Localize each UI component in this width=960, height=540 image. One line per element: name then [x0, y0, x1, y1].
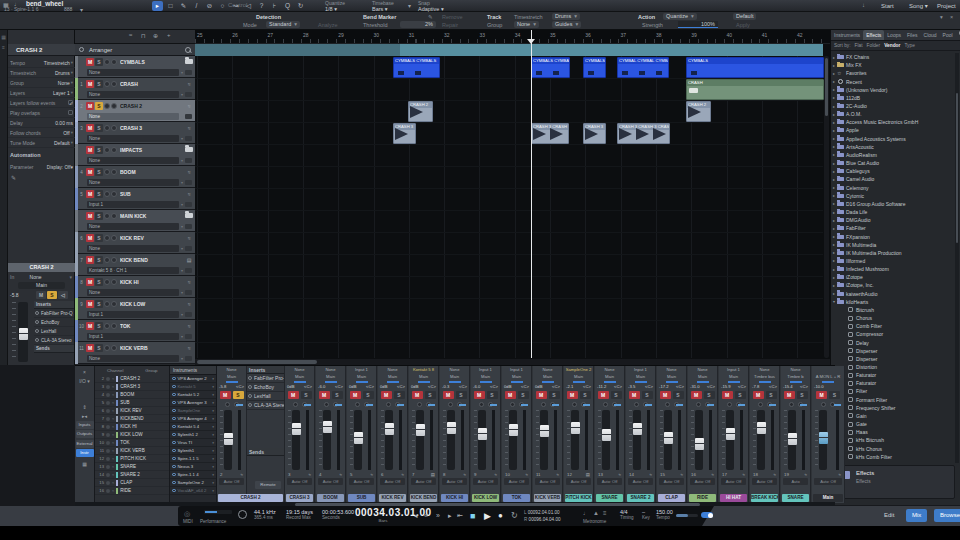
mixer-bank-button-instr[interactable]: Instr — [76, 449, 94, 457]
performance-label[interactable]: Performance — [200, 519, 226, 524]
fader-cap[interactable] — [602, 429, 611, 441]
strip-mute-button[interactable]: M — [412, 391, 423, 399]
track-row[interactable]: MSCYMBALSNone▾ — [75, 56, 195, 78]
insert-power-icon[interactable] — [35, 311, 39, 315]
strip-output[interactable]: Main — [316, 373, 345, 380]
instrument-power-icon[interactable] — [172, 441, 176, 445]
strip-output[interactable]: Timbre b — [781, 373, 810, 380]
track-row[interactable]: MSMAIN KICKNone▾ — [75, 210, 195, 232]
mode-dropdown[interactable]: Standard▾ — [266, 21, 300, 28]
inspector-row[interactable]: TempoTimestretch▾ — [8, 58, 75, 68]
update-download-icon[interactable]: ↓ — [862, 2, 865, 8]
strip-name-label[interactable]: HI HAT — [720, 494, 747, 502]
strip-mute-button[interactable]: M — [691, 391, 702, 399]
track-output-icon[interactable] — [185, 312, 192, 317]
expand-arrow-icon[interactable]: ▸ — [831, 79, 837, 84]
timebase-selector[interactable]: TimebaseBars ▾ — [372, 0, 394, 12]
track-record-arm[interactable] — [104, 235, 110, 241]
automation-mode-button[interactable]: Auto: Off — [504, 478, 529, 485]
strip-gain[interactable]: 0dB — [380, 384, 387, 389]
mixer-strip-boom[interactable]: NoneMain-6.0<C>MS4≈Auto: OffBOOM — [316, 366, 346, 503]
strip-gain[interactable]: -11.2 — [597, 384, 606, 389]
track-mute-button[interactable]: M — [86, 300, 94, 308]
strip-name-label[interactable]: RIDE — [689, 494, 716, 502]
strip-gain[interactable]: -2.1 — [566, 384, 573, 389]
browser-item[interactable]: ▸FXpansion — [831, 232, 957, 240]
panel-pin-icon[interactable]: ▾ — [940, 14, 943, 20]
browser-item[interactable]: Comb Filter — [831, 322, 957, 330]
browser-item[interactable]: kHs Chorus — [831, 445, 957, 453]
track-mute-button[interactable]: M — [86, 190, 94, 198]
loop-left-value[interactable]: 00092.04.01.00 — [528, 510, 560, 515]
strip-name-label[interactable]: KICK BEND — [410, 494, 437, 502]
fader-cap[interactable] — [416, 424, 425, 436]
strip-name-label[interactable]: KICK REV — [379, 494, 406, 502]
insert-slot[interactable]: LexHall — [247, 392, 284, 401]
strip-solo-button[interactable]: S — [642, 391, 653, 399]
audio-clip[interactable]: CYMBAL CYMBAL CYMBAL — [617, 57, 669, 78]
browser-item[interactable]: ▸iZotope, Inc. — [831, 281, 957, 289]
audio-clip[interactable]: CRASH 3 — [393, 123, 416, 144]
expand-updown-icon[interactable]: ⇕ — [75, 404, 94, 410]
audio-clip[interactable]: CYMBALS CYMBALS — [393, 57, 440, 78]
strip-record-arm[interactable] — [572, 402, 577, 407]
mixer-strip-kick-verb[interactable]: NoneMain0dB<C>MS11≈Auto: OffKICK VERB — [533, 366, 563, 503]
strip-output[interactable]: Main — [440, 373, 469, 380]
audio-clip[interactable]: CRASH — [686, 79, 824, 100]
inspector-row[interactable]: Layers follow events✓ — [8, 98, 75, 108]
track-record-arm[interactable] — [104, 345, 110, 351]
track-solo-button[interactable]: S — [95, 256, 103, 264]
fast-forward-button[interactable]: » — [436, 510, 440, 522]
track-mute-button[interactable]: M — [86, 102, 94, 110]
strip-gain[interactable]: -7.8 — [752, 384, 759, 389]
browser-item[interactable]: Bitcrush — [831, 306, 957, 314]
channel-gain-value[interactable]: -5.8 — [10, 292, 19, 298]
strip-pan[interactable]: <C> — [490, 384, 498, 389]
instrument-power-icon[interactable] — [172, 401, 176, 405]
track-output-icon[interactable] — [185, 158, 192, 163]
track-output-icon[interactable] — [185, 180, 192, 185]
strength-value[interactable]: 100% — [678, 21, 718, 28]
insert-power-icon[interactable] — [35, 329, 39, 333]
strip-pan[interactable]: <C> — [614, 384, 622, 389]
eraser-tool-icon[interactable]: ⊘ — [204, 1, 215, 11]
strip-solo-button[interactable]: S — [425, 391, 436, 399]
track-solo-button[interactable]: S — [95, 344, 103, 352]
strip-mute-button[interactable]: M — [319, 391, 330, 399]
strip-input[interactable]: None — [533, 366, 562, 373]
inspector-row-value[interactable]: Default — [54, 140, 70, 146]
browser-item[interactable]: kHs Bitcrush — [831, 436, 957, 444]
track-output-icon[interactable] — [185, 356, 192, 361]
instrument-power-icon[interactable] — [172, 433, 176, 437]
track-io-dropdown[interactable]: Kontakt 5 8 · CH 1 — [87, 267, 179, 274]
browser-item[interactable]: ▸kaiwerthAudio — [831, 290, 957, 298]
browser-item[interactable]: ▸Access Music Electronics GmbH — [831, 118, 957, 126]
mixer-list-row[interactable]: 16≈RIDE — [95, 487, 169, 495]
strip-mute-button[interactable]: M — [381, 391, 392, 399]
audio-clip[interactable]: CYMBALS — [686, 57, 824, 78]
guides-dropdown[interactable]: Guides▾ — [552, 21, 581, 28]
track-row[interactable]: 5MSSUB≈Input 1▾ — [75, 188, 195, 210]
strip-name-label[interactable]: SNARE 2 — [627, 494, 654, 502]
view-list-icon[interactable]: ≡ — [0, 44, 7, 50]
footer-button-edit[interactable]: Edit — [878, 509, 900, 522]
mixer-strip-crash-2[interactable]: NoneMain-5.8<C>MS2≈Auto: Off — [217, 366, 247, 503]
instrument-power-icon[interactable] — [172, 409, 176, 413]
mixer-list-row[interactable]: 15≈CLAP — [95, 479, 169, 487]
strip-record-arm[interactable] — [448, 402, 453, 407]
track-mute-button[interactable]: M — [86, 234, 94, 242]
track-io-dropdown[interactable]: None — [87, 157, 179, 164]
track-record-arm[interactable] — [104, 213, 110, 219]
mixer-strip-kick-hi[interactable]: NoneMain-0.3<C>MS8≈Auto: OffKICK HI — [440, 366, 470, 503]
arranger-lane[interactable] — [195, 44, 823, 56]
browser-item[interactable]: Frequency Shifter — [831, 404, 957, 412]
channel-mute-button[interactable]: M — [36, 291, 46, 299]
strip-mute-button[interactable]: M — [505, 391, 516, 399]
instrument-rack-item[interactable]: Virus TI▾ — [170, 439, 216, 447]
track-record-arm[interactable] — [104, 59, 110, 65]
instrument-rack-item[interactable]: Spire-1.1 4▾ — [170, 471, 216, 479]
track-mute-button[interactable]: M — [86, 124, 94, 132]
strip-gain[interactable]: -3.5 — [628, 384, 635, 389]
automation-mode-button[interactable]: Auto: Off — [659, 478, 684, 485]
strip-pan[interactable]: <C> — [800, 384, 808, 389]
